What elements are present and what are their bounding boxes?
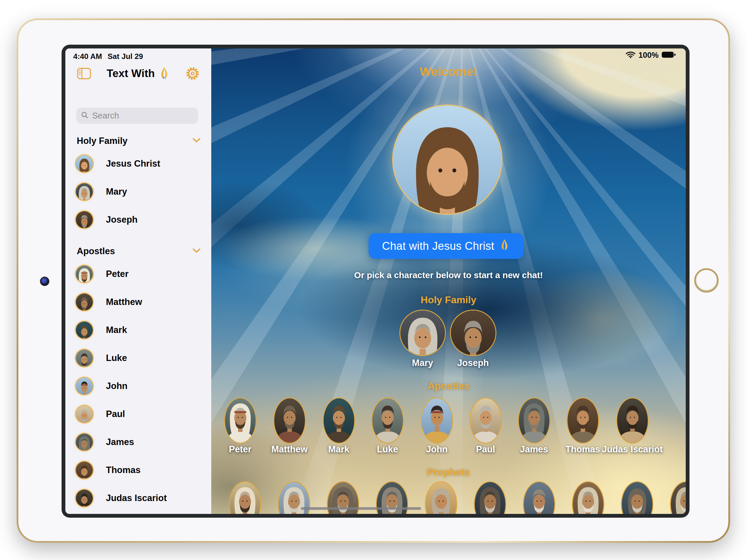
section-label: Holy Family	[77, 136, 128, 146]
character-name: Mark	[106, 325, 127, 335]
avatar	[76, 434, 93, 451]
character-name: Luke	[106, 353, 127, 363]
status-bar-right: 100%	[626, 51, 676, 60]
app-title: Text With	[106, 68, 155, 80]
character-name: Thomas	[106, 465, 140, 475]
character-label: Thomas	[566, 444, 600, 455]
sidebar: 4:40 AM Sat Jul 29	[66, 48, 211, 514]
character-name: John	[106, 381, 128, 391]
character-avatar-mark[interactable]	[324, 398, 354, 443]
status-bar-left: 4:40 AM Sat Jul 29	[73, 52, 143, 61]
avatar	[76, 211, 93, 228]
praying-hands-icon	[499, 239, 510, 254]
hero-avatar-jesus[interactable]	[393, 106, 501, 213]
character-avatar-mary[interactable]	[400, 310, 445, 355]
gear-icon[interactable]	[186, 67, 200, 80]
chevron-down-icon[interactable]	[192, 138, 201, 144]
avatar	[76, 155, 93, 172]
character-avatar-joseph[interactable]	[451, 310, 495, 355]
avatar	[76, 378, 93, 394]
avatar	[76, 322, 93, 338]
chat-button-label: Chat with Jesus Christ	[382, 240, 494, 252]
avatar	[76, 406, 93, 423]
battery-full-icon	[662, 51, 676, 59]
character-label: Judas Iscariot	[602, 444, 663, 455]
sidebar-item-luke[interactable]: Luke	[66, 344, 211, 372]
character-label: Joseph	[457, 358, 489, 368]
avatar	[76, 462, 93, 479]
chevron-down-icon[interactable]	[192, 248, 201, 254]
character-label: Peter	[229, 444, 252, 455]
sidebar-item-mary[interactable]: Mary	[66, 178, 211, 206]
search-box[interactable]	[76, 108, 198, 124]
search-icon	[81, 111, 89, 120]
sidebar-item-joseph[interactable]: Joseph	[66, 206, 211, 234]
character-label: Luke	[377, 444, 398, 455]
pick-character-subtitle: Or pick a character below to start a new…	[211, 270, 686, 280]
screenshot-canvas: 4:40 AM Sat Jul 29	[0, 0, 747, 560]
sidebar-item-matthew[interactable]: Matthew	[66, 288, 211, 316]
sidebar-item-james[interactable]: James	[66, 428, 211, 456]
character-label: Mary	[412, 358, 433, 368]
sidebar-item-jesus-christ[interactable]: Jesus Christ	[66, 150, 211, 178]
character-name: Joseph	[106, 214, 138, 225]
chat-with-jesus-button[interactable]: Chat with Jesus Christ	[368, 233, 523, 259]
character-name: James	[106, 437, 134, 447]
ipad-device-frame: 4:40 AM Sat Jul 29	[17, 18, 730, 543]
battery-percent: 100%	[639, 51, 659, 60]
horizontal-scrollbar[interactable]	[301, 507, 421, 510]
character-name: Mary	[106, 186, 127, 197]
avatar	[76, 183, 93, 200]
group-heading-holy-family: Holy Family	[211, 294, 686, 306]
character-label: Paul	[476, 444, 495, 455]
sidebar-item-thomas[interactable]: Thomas	[66, 456, 211, 484]
character-label: James	[520, 444, 548, 455]
character-avatar-luke[interactable]	[372, 398, 403, 443]
character-label: John	[426, 444, 447, 455]
character-name: Peter	[106, 269, 129, 279]
sidebar-item-judas-iscariot[interactable]: Judas Iscariot	[66, 484, 211, 512]
character-avatar-peter[interactable]	[225, 398, 256, 443]
character-name: Matthew	[106, 297, 142, 307]
character-label: Mark	[328, 444, 349, 455]
sidebar-character-list: Holy FamilyJesus ChristMaryJosephApostle…	[66, 123, 211, 514]
avatar	[76, 350, 93, 366]
group-heading-prophets: Prophets	[211, 466, 686, 478]
sidebar-item-peter[interactable]: Peter	[66, 260, 211, 288]
group-heading-apostles: Apostles	[211, 380, 686, 391]
character-avatar-john[interactable]	[422, 398, 452, 443]
sidebar-item-john[interactable]: John	[66, 372, 211, 400]
character-name: Judas Iscariot	[106, 493, 166, 503]
character-avatar-james[interactable]	[519, 398, 549, 443]
character-avatar-paul[interactable]	[470, 398, 501, 443]
avatar	[76, 490, 93, 507]
character-avatar-judas-iscariot[interactable]	[617, 398, 648, 443]
praying-hands-icon	[158, 67, 170, 80]
main-panel: 100% Welcome!	[211, 48, 686, 514]
avatar	[76, 265, 93, 282]
status-time: 4:40 AM	[73, 52, 102, 61]
screen: 4:40 AM Sat Jul 29	[66, 48, 686, 514]
section-header-apostles[interactable]: Apostles	[66, 243, 211, 260]
character-name: Paul	[106, 409, 125, 419]
sidebar-item-paul[interactable]: Paul	[66, 400, 211, 428]
character-avatar-matthew[interactable]	[274, 398, 305, 443]
avatar	[76, 294, 93, 310]
section-label: Apostles	[77, 246, 115, 256]
home-button[interactable]	[694, 268, 719, 293]
sidebar-item-mark[interactable]: Mark	[66, 316, 211, 344]
ipad-bezel: 4:40 AM Sat Jul 29	[18, 20, 728, 541]
screen-frame: 4:40 AM Sat Jul 29	[61, 45, 690, 518]
character-label: Matthew	[272, 444, 308, 455]
welcome-heading: Welcome!	[211, 65, 686, 79]
character-avatar-thomas[interactable]	[568, 398, 598, 443]
search-input[interactable]	[92, 110, 203, 121]
wifi-icon	[626, 51, 636, 59]
status-date: Sat Jul 29	[108, 52, 143, 61]
front-camera	[41, 278, 48, 285]
section-header-holy-family[interactable]: Holy Family	[66, 132, 211, 150]
character-name: Jesus Christ	[106, 158, 160, 169]
